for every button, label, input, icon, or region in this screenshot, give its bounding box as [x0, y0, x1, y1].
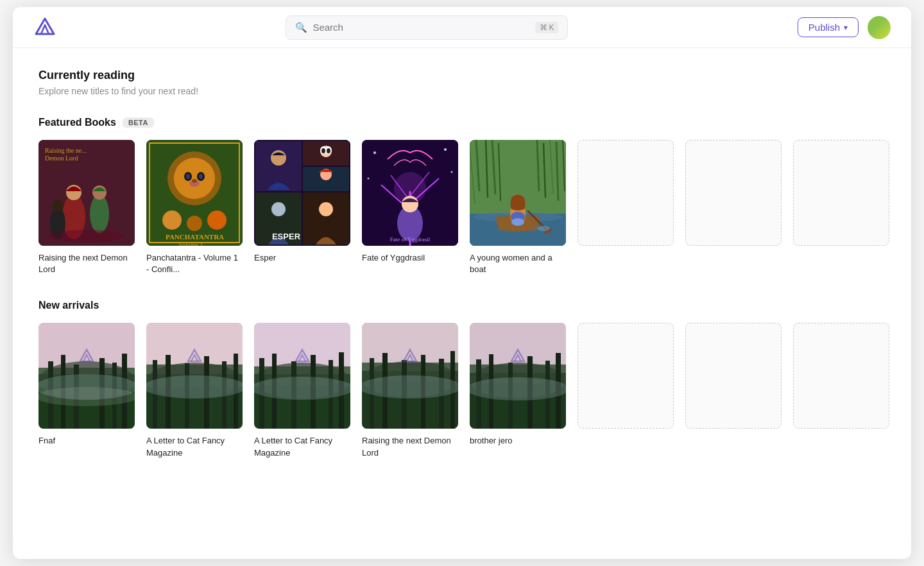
- svg-point-55: [368, 178, 370, 180]
- book-card-placeholder-2: [685, 140, 782, 275]
- book-card-demon-lord[interactable]: Raising the ne... Demon Lord: [38, 140, 135, 275]
- book-card-fnaf[interactable]: Fnaf: [38, 323, 135, 458]
- currently-reading-section: Currently reading Explore new titles to …: [38, 69, 886, 96]
- svg-point-9: [52, 200, 64, 211]
- search-input[interactable]: [312, 22, 530, 33]
- book-card-placeholder-1: [578, 140, 674, 275]
- svg-point-51: [402, 196, 418, 212]
- book-title-demon-lord: Raising the next Demon Lord: [38, 252, 135, 275]
- book-card-cat-fancy-1[interactable]: A Letter to Cat Fancy Magazine: [146, 323, 243, 458]
- svg-point-52: [373, 151, 376, 154]
- svg-point-22: [162, 210, 182, 230]
- svg-point-37: [321, 148, 325, 153]
- svg-point-77: [511, 218, 524, 226]
- featured-books-section: Featured Books BETA Raising the ne... De…: [38, 117, 886, 275]
- svg-point-137: [470, 377, 566, 400]
- book-title-brother-jero: brother jero: [470, 435, 566, 447]
- svg-point-24: [207, 210, 227, 230]
- book-cover-demon-lord: Raising the ne... Demon Lord: [38, 140, 135, 246]
- search-keyboard-shortcut: ⌘ K: [535, 22, 558, 33]
- book-cover-placeholder-1: [578, 140, 674, 246]
- svg-point-75: [537, 226, 550, 231]
- chevron-down-icon: ▾: [844, 23, 848, 32]
- svg-text:Demon Lord: Demon Lord: [45, 155, 78, 162]
- book-card-boat[interactable]: A young women and a boat: [470, 140, 566, 275]
- svg-point-101: [146, 375, 243, 399]
- book-cover-arrival-placeholder-1: [578, 323, 674, 429]
- new-arrivals-label: New arrivals: [38, 300, 99, 311]
- svg-point-5: [90, 194, 109, 233]
- book-card-placeholder-3: [793, 140, 889, 275]
- book-card-arrival-placeholder-3: [793, 323, 889, 458]
- svg-point-38: [327, 148, 330, 153]
- book-card-fate[interactable]: Fate of Yggdrasil Fate of Yggdrasil: [362, 140, 458, 275]
- book-title-cat-fancy-1: A Letter to Cat Fancy Magazine: [146, 435, 243, 458]
- book-cover-placeholder-2: [685, 140, 782, 246]
- book-card-arrival-placeholder-1: [578, 323, 674, 458]
- svg-point-89: [38, 387, 135, 406]
- svg-rect-32: [303, 193, 349, 244]
- svg-text:Fate of Yggdrasil: Fate of Yggdrasil: [390, 236, 431, 243]
- book-title-esper: Esper: [254, 252, 350, 264]
- main-content: Currently reading Explore new titles to …: [13, 48, 911, 559]
- svg-point-18: [186, 174, 190, 179]
- book-title-fnaf: Fnaf: [38, 435, 135, 447]
- svg-point-21: [192, 179, 197, 183]
- book-card-arrival-placeholder-2: [685, 323, 782, 458]
- book-card-demon-lord-arrival[interactable]: Raising the next Demon Lord: [362, 323, 458, 458]
- header-right: Publish ▾: [798, 16, 891, 39]
- avatar[interactable]: [868, 16, 891, 39]
- app-logo-icon: [33, 16, 56, 39]
- app-window: 🔍 ⌘ K Publish ▾ Currently reading Explor…: [13, 7, 911, 559]
- book-cover-fnaf: [38, 323, 135, 429]
- book-card-brother-jero[interactable]: brother jero: [470, 323, 566, 458]
- new-arrivals-section: New arrivals: [38, 300, 886, 458]
- book-card-esper[interactable]: ESPER Esper: [254, 140, 350, 275]
- publish-label: Publish: [809, 22, 840, 33]
- currently-reading-subtitle: Explore new titles to find your next rea…: [38, 86, 886, 96]
- svg-point-53: [444, 148, 447, 151]
- featured-books-header: Featured Books BETA: [38, 117, 886, 128]
- svg-point-15: [174, 158, 215, 199]
- publish-button[interactable]: Publish ▾: [798, 17, 859, 37]
- book-cover-esper: ESPER: [254, 140, 350, 246]
- book-cover-boat: [470, 140, 566, 246]
- featured-books-label: Featured Books: [38, 117, 116, 128]
- beta-badge: BETA: [123, 117, 154, 128]
- search-icon: 🔍: [295, 22, 307, 33]
- book-card-panchatantra[interactable]: PANCHATANTRA Volume 1 Panchatantra - Vol…: [146, 140, 243, 275]
- svg-point-10: [48, 230, 125, 243]
- search-bar[interactable]: 🔍 ⌘ K: [286, 15, 568, 40]
- book-cover-panchatantra: PANCHATANTRA Volume 1: [146, 140, 243, 246]
- featured-books-row: Raising the ne... Demon Lord: [38, 140, 886, 275]
- book-cover-placeholder-3: [793, 140, 889, 246]
- book-cover-arrival-placeholder-3: [793, 323, 889, 429]
- book-cover-cat-fancy-1: [146, 323, 243, 429]
- book-cover-arrival-placeholder-2: [685, 323, 782, 429]
- book-title-panchatantra: Panchatantra - Volume 1 - Confli...: [146, 252, 243, 275]
- book-title-fate: Fate of Yggdrasil: [362, 252, 458, 264]
- svg-point-40: [271, 202, 286, 216]
- book-cover-brother-jero: [470, 323, 566, 429]
- svg-point-19: [199, 174, 203, 179]
- svg-point-54: [451, 171, 453, 173]
- book-title-boat: A young women and a boat: [470, 252, 566, 275]
- header: 🔍 ⌘ K Publish ▾: [13, 7, 911, 48]
- svg-text:PANCHATANTRA: PANCHATANTRA: [166, 233, 224, 241]
- new-arrivals-row: Fnaf: [38, 323, 886, 458]
- book-cover-demon-lord-arrival: [362, 323, 458, 429]
- new-arrivals-header: New arrivals: [38, 300, 886, 311]
- book-title-demon-lord-arrival: Raising the next Demon Lord: [362, 435, 458, 458]
- logo-area: [33, 16, 56, 39]
- book-cover-cat-fancy-2: [254, 323, 350, 429]
- svg-point-113: [254, 377, 350, 400]
- svg-point-23: [187, 216, 202, 231]
- currently-reading-title: Currently reading: [38, 69, 886, 82]
- book-card-cat-fancy-2[interactable]: A Letter to Cat Fancy Magazine: [254, 323, 350, 458]
- svg-text:ESPER: ESPER: [272, 232, 301, 241]
- book-title-cat-fancy-2: A Letter to Cat Fancy Magazine: [254, 435, 350, 458]
- svg-text:Raising the ne...: Raising the ne...: [45, 147, 87, 154]
- svg-point-125: [362, 375, 458, 399]
- svg-text:Volume 1: Volume 1: [178, 241, 203, 246]
- svg-point-41: [319, 202, 333, 216]
